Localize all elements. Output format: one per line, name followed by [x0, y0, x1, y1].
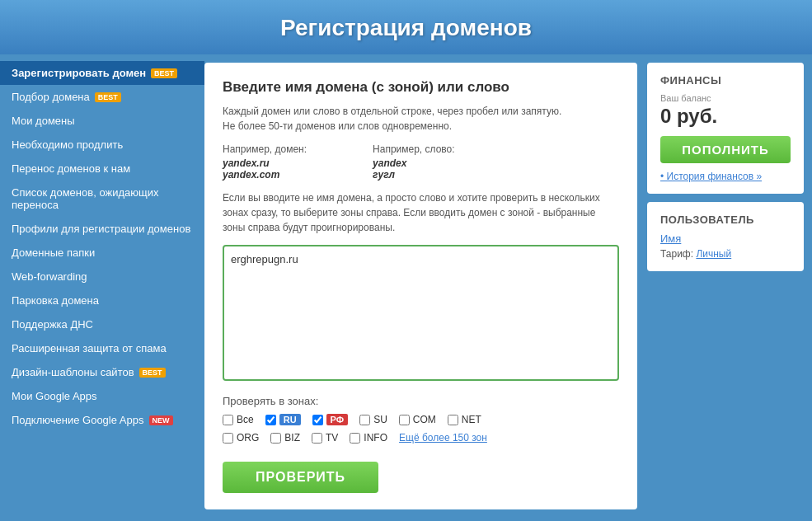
example-word-label: Например, слово: — [373, 143, 455, 155]
zone-all[interactable]: Все — [223, 414, 254, 425]
zone-tv[interactable]: TV — [312, 432, 338, 444]
content-area: Введите имя домена (с зоной) или слово К… — [204, 54, 812, 518]
sidebar-item-web-forwarding[interactable]: Web-forwarding — [0, 265, 204, 289]
sidebar-item-waiting-transfer[interactable]: Список доменов, ожидающих переноса — [0, 181, 204, 217]
sidebar-label-waiting-transfer: Список доменов, ожидающих переноса — [12, 186, 193, 211]
check-button[interactable]: ПРОВЕРИТЬ — [223, 462, 378, 493]
zone-tv-label: TV — [326, 432, 338, 444]
example-word-val2: гугл — [373, 169, 455, 181]
zone-net[interactable]: NET — [448, 414, 481, 425]
sidebar-label-parking: Парковка домена — [12, 294, 99, 307]
zone-biz-checkbox[interactable] — [270, 433, 281, 444]
zone-all-label: Все — [237, 414, 254, 425]
main-layout: Зарегистрировать доменBESTПодбор доменаB… — [0, 54, 812, 518]
sidebar-item-register-domain[interactable]: Зарегистрировать доменBEST — [0, 61, 204, 85]
zone-org[interactable]: ORG — [223, 432, 259, 444]
right-panel: ФИНАНСЫ Ваш баланс 0 руб. ПОПОЛНИТЬ • Ис… — [647, 63, 804, 509]
zone-rf[interactable]: РФ — [312, 414, 349, 425]
zone-tv-checkbox[interactable] — [312, 433, 322, 444]
sidebar-item-parking[interactable]: Парковка домена — [0, 289, 204, 312]
sidebar-item-reg-profiles[interactable]: Профили для регистрации доменов — [0, 217, 204, 241]
sidebar-item-my-domains[interactable]: Мои домены — [0, 109, 204, 133]
balance-label: Ваш баланс — [660, 93, 791, 103]
finance-title: ФИНАНСЫ — [660, 74, 791, 87]
sidebar-item-transfer-domains[interactable]: Перенос доменов к нам — [0, 157, 204, 181]
form-title: Введите имя домена (с зоной) или слово — [223, 79, 619, 96]
sidebar-label-spam-protection: Расширенная защита от спама — [12, 342, 167, 354]
sidebar-item-select-domain[interactable]: Подбор доменаBEST — [0, 85, 204, 109]
zone-biz-label: BIZ — [284, 432, 300, 444]
zone-info[interactable]: INFO — [350, 432, 387, 444]
desc-line2: Не более 50-ти доменов или слов одноврем… — [223, 120, 452, 132]
sidebar-label-dns-support: Поддержка ДНС — [12, 318, 93, 331]
user-title: ПОЛЬЗОВАТЕЛЬ — [660, 214, 791, 226]
badge-design-templates: BEST — [139, 368, 166, 378]
sidebar-label-connect-google-apps: Подключение Google Apps — [12, 414, 144, 426]
sidebar-item-spam-protection[interactable]: Расширенная защита от спама — [0, 336, 204, 360]
sidebar-item-need-renew[interactable]: Необходимо продлить — [0, 133, 204, 157]
zone-su-checkbox[interactable] — [359, 415, 370, 425]
page-title: Регистрация доменов — [0, 15, 812, 41]
sidebar-item-domain-folders[interactable]: Доменные папки — [0, 241, 204, 265]
example-domain-val1: yandex.ru — [223, 157, 307, 169]
zone-net-label: NET — [462, 414, 481, 425]
zone-label: Проверять в зонах: — [223, 395, 619, 407]
sidebar-item-connect-google-apps[interactable]: Подключение Google AppsNEW — [0, 408, 204, 432]
sidebar-item-design-templates[interactable]: Дизайн-шаблоны сайтовBEST — [0, 360, 204, 384]
examples-row: Например, домен: yandex.ru yandex.com На… — [223, 143, 619, 181]
zone-rf-checkbox[interactable] — [312, 415, 323, 425]
zone-su-label: SU — [373, 414, 387, 425]
zones-row-1: Все RU РФ SU — [223, 414, 619, 425]
sidebar-item-dns-support[interactable]: Поддержка ДНС — [0, 312, 204, 336]
zone-org-checkbox[interactable] — [223, 433, 233, 444]
sidebar-item-my-google-apps[interactable]: Мои Google Apps — [0, 384, 204, 408]
sidebar-label-design-templates: Дизайн-шаблоны сайтов — [12, 366, 134, 378]
note-text: Если вы вводите не имя домена, а просто … — [223, 190, 619, 235]
zone-net-checkbox[interactable] — [448, 415, 458, 425]
example-domain-val2: yandex.com — [223, 169, 307, 181]
zone-section: Проверять в зонах: Все RU РФ — [223, 395, 619, 444]
main-panel: Введите имя домена (с зоной) или слово К… — [204, 63, 637, 509]
zone-info-label: INFO — [364, 432, 387, 444]
more-zones-link[interactable]: Ещё более 150 зон — [399, 432, 487, 444]
finance-box: ФИНАНСЫ Ваш баланс 0 руб. ПОПОЛНИТЬ • Ис… — [647, 63, 804, 194]
zone-ru-checkbox[interactable] — [265, 415, 276, 425]
example-domain-label: Например, домен: — [223, 143, 307, 155]
example-word-block: Например, слово: yandex гугл — [373, 143, 455, 181]
description: Каждый домен или слово в отдельной строк… — [223, 104, 619, 134]
zone-com-checkbox[interactable] — [399, 415, 410, 425]
zone-ru-label: RU — [279, 414, 301, 425]
sidebar-label-web-forwarding: Web-forwarding — [12, 270, 87, 283]
zone-rf-label: РФ — [326, 414, 349, 425]
page-header: Регистрация доменов — [0, 0, 812, 54]
zones-row-2: ORG BIZ TV INFO Ещё более 150 зон — [223, 432, 619, 444]
tariff-label: Тариф: — [660, 248, 693, 260]
sidebar-label-need-renew: Необходимо продлить — [12, 138, 123, 151]
finance-history-link[interactable]: • История финансов » — [660, 171, 762, 182]
sidebar-label-domain-folders: Доменные папки — [12, 246, 95, 259]
zone-info-checkbox[interactable] — [350, 433, 360, 444]
tariff-text: Тариф: Личный — [660, 248, 791, 260]
zone-org-label: ORG — [237, 432, 259, 444]
zone-ru[interactable]: RU — [265, 414, 301, 425]
sidebar-label-select-domain: Подбор домена — [12, 91, 90, 103]
sidebar-label-register-domain: Зарегистрировать домен — [12, 67, 146, 79]
zone-su[interactable]: SU — [359, 414, 387, 425]
tariff-link[interactable]: Личный — [696, 248, 731, 260]
sidebar-label-reg-profiles: Профили для регистрации доменов — [12, 223, 190, 235]
user-name-link[interactable]: Имя — [660, 232, 791, 245]
zone-com-label: COM — [413, 414, 436, 425]
sidebar-label-my-google-apps: Мои Google Apps — [12, 390, 97, 402]
zone-biz[interactable]: BIZ — [270, 432, 300, 444]
zone-all-checkbox[interactable] — [223, 415, 233, 425]
sidebar-label-transfer-domains: Перенос доменов к нам — [12, 162, 130, 175]
zone-com[interactable]: COM — [399, 414, 436, 425]
user-box: ПОЛЬЗОВАТЕЛЬ Имя Тариф: Личный — [647, 202, 804, 271]
example-domain-block: Например, домен: yandex.ru yandex.com — [223, 143, 307, 181]
domain-input[interactable]: erghrepugn.ru — [223, 245, 619, 381]
sidebar: Зарегистрировать доменBESTПодбор доменаB… — [0, 54, 204, 518]
balance-amount: 0 руб. — [660, 105, 791, 128]
badge-select-domain: BEST — [95, 92, 121, 102]
topup-button[interactable]: ПОПОЛНИТЬ — [660, 136, 791, 163]
badge-connect-google-apps: NEW — [149, 415, 173, 425]
